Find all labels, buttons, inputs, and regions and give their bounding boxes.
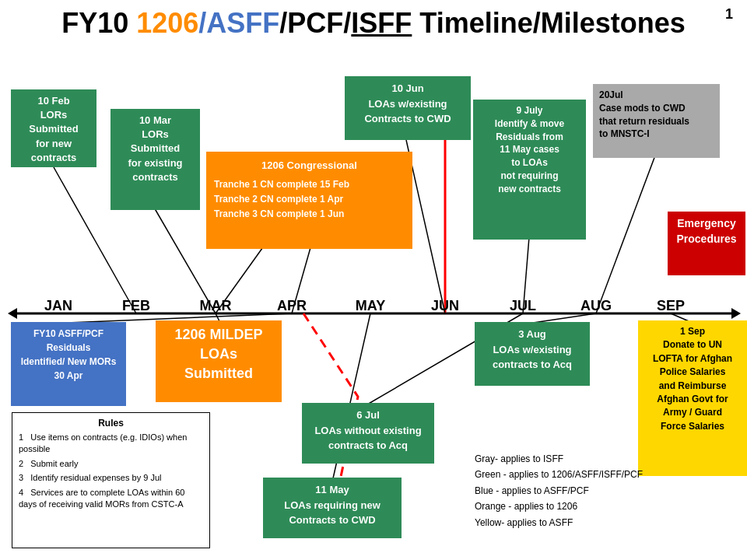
month-jul: JUL (510, 298, 536, 314)
legend: Gray- applies to ISFF Green - applies to… (475, 451, 643, 530)
feb-lors-box: 10 FebLORsSubmittedfor newcontracts (11, 89, 96, 167)
title-slash1: /ASFF (198, 7, 279, 39)
legend-yellow: Yellow- applies to ASFF (475, 515, 643, 530)
legend-green: Green - applies to 1206/ASFF/ISFF/PCF (475, 467, 643, 482)
aug-loas-box: 3 AugLOAs w/existingcontracts to Acq (475, 322, 590, 386)
month-jun: JUN (431, 298, 459, 314)
jul-loas-box: 6 JulLOAs without existingcontracts to A… (302, 403, 434, 464)
may-loas-box: 11 MayLOAs requiring newContracts to CWD (263, 478, 402, 538)
rule-4: 4 Services are to complete LOAs within 6… (19, 487, 203, 511)
rules-title: Rules (19, 418, 203, 429)
title-fy: FY10 (61, 7, 136, 39)
month-jan: JAN (44, 298, 72, 314)
rules-box: Rules 1 Use items on contracts (e.g. IDI… (12, 412, 210, 548)
rule-1: 1 Use items on contracts (e.g. IDIOs) wh… (19, 432, 203, 456)
title-1206: 1206 (136, 7, 198, 39)
svg-marker-1 (8, 308, 17, 319)
page-title: FY10 1206/ASFF/PCF/ISFF Timeline/Milesto… (0, 0, 747, 39)
month-may: MAY (356, 298, 385, 314)
sep-donate-box: 1 SepDonate to UNLOFTA for AfghanPolice … (638, 320, 747, 476)
svg-line-10 (596, 156, 655, 313)
fy10-residuals-box: FY10 ASFF/PCFResidualsIdentified/ New MO… (11, 322, 126, 406)
legend-gray: Gray- applies to ISFF (475, 451, 643, 467)
legend-blue: Blue - applies to ASFF/PCF (475, 483, 643, 499)
svg-marker-2 (731, 308, 741, 319)
july-identify-box: 9 JulyIdentify & moveResiduals from11 Ma… (473, 100, 586, 240)
month-feb: FEB (122, 298, 150, 314)
congressional-box: 1206 Congressional Tranche 1 CN complete… (206, 152, 412, 249)
month-apr: APR (277, 298, 307, 314)
mar-lors-box: 10 MarLORsSubmittedfor existingcontracts (110, 109, 200, 210)
page-number: 1 (725, 6, 733, 23)
title-isff: ISFF (351, 7, 412, 39)
emergency-box: EmergencyProcedures (668, 212, 745, 275)
legend-orange: Orange - applies to 1206 (475, 499, 643, 514)
case-mods-box: 20JulCase mods to CWDthat return residua… (593, 84, 720, 158)
title-rest: Timeline/Milestones (412, 7, 685, 39)
rule-3: 3 Identify residual expenses by 9 Jul (19, 472, 203, 484)
title-pcf: /PCF/ (279, 7, 351, 39)
month-aug: AUG (580, 298, 612, 314)
rule-2: 2 Submit early (19, 458, 203, 470)
month-mar: MAR (200, 298, 232, 314)
month-sep: SEP (657, 298, 685, 314)
jun-loas-box: 10 JunLOAs w/existingContracts to CWD (345, 76, 471, 140)
mildep-loas-box: 1206 MILDEPLOAsSubmitted (156, 320, 282, 402)
